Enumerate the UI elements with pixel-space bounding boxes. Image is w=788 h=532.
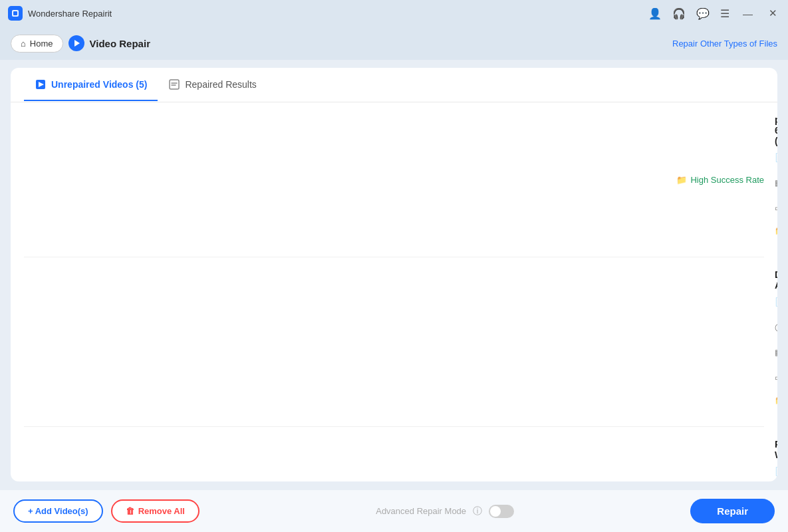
video-info-3: Playful Dogs During Winter Season.mkv 📄 … xyxy=(775,439,777,481)
trash-icon: 🗑 xyxy=(126,506,134,516)
video-name-1: pexels-taryn-elliott-6051471 (540p)_1_15… xyxy=(775,114,777,146)
close-button[interactable]: ✕ xyxy=(766,6,780,21)
file-icon-2: 📄 xyxy=(775,297,777,307)
video-repair-icon xyxy=(68,35,84,51)
title-bar-left: Wondershare Repairit xyxy=(8,6,112,21)
home-button[interactable]: ⌂ Home xyxy=(11,35,63,53)
list-item: pexels-taryn-elliott-6051471 (540p)_1_15… xyxy=(24,102,764,257)
minimize-button[interactable]: — xyxy=(740,7,755,21)
video-name-2: Dali-60-20000-AAC(Apower).asf xyxy=(775,269,777,291)
tab-repaired[interactable]: Repaired Results xyxy=(158,69,267,101)
video-repair-label: Video Repair xyxy=(90,38,150,49)
remove-all-button[interactable]: 🗑 Remove All xyxy=(111,499,199,523)
profile-icon[interactable]: 👤 xyxy=(648,7,662,20)
tab-repaired-label: Repaired Results xyxy=(185,79,256,90)
video-list: pexels-taryn-elliott-6051471 (540p)_1_15… xyxy=(11,102,777,481)
video-name-3: Playful Dogs During Winter Season.mkv xyxy=(775,439,777,460)
svg-rect-1 xyxy=(13,11,17,15)
folder-icon-1: 📁 xyxy=(775,226,777,235)
remove-all-label: Remove All xyxy=(138,506,185,516)
panel: Unrepaired Videos (5) Repaired Results p… xyxy=(11,68,777,481)
file-icon-1: 📄 xyxy=(775,153,777,162)
success-rate-badge-1: 📁 High Success Rate xyxy=(676,175,764,185)
audio-1: ▭ Missing xyxy=(775,203,777,213)
folder-icon-2: 📁 xyxy=(775,396,777,405)
audio-icon-1: ▭ xyxy=(775,203,777,213)
list-item: Playful Dogs During Winter Season.mkv 📄 … xyxy=(24,427,764,481)
svg-rect-5 xyxy=(170,80,179,89)
advanced-mode-label: Advanced Repair Mode xyxy=(376,506,466,516)
title-bar-controls: 👤 🎧 💬 ☰ — ✕ xyxy=(648,6,780,21)
file-icon-3: 📄 xyxy=(775,467,777,476)
resolution-icon-1: ▦ xyxy=(775,178,777,188)
title-bar: Wondershare Repairit 👤 🎧 💬 ☰ — ✕ xyxy=(0,0,788,27)
video-path-1: 📁 C:\Users\ws\Videos\pexels-taryn-elliot… xyxy=(775,217,777,245)
resolution-icon-2: ▦ xyxy=(775,348,777,357)
footer: + Add Video(s) 🗑 Remove All Advanced Rep… xyxy=(0,489,788,532)
file-size-2: 📄 152.70 MB xyxy=(775,297,777,307)
file-size-1: 📄 34.49 MB xyxy=(775,153,777,162)
svg-marker-2 xyxy=(74,40,80,47)
video-meta-1: 📄 34.49 MB ◯ 00:00:19 ▦ 3840 x 2160 ▭ xyxy=(775,153,777,213)
repair-other-link[interactable]: Repair Other Types of Files xyxy=(672,39,777,49)
footer-left: + Add Video(s) 🗑 Remove All xyxy=(13,499,199,523)
video-info-2: Dali-60-20000-AAC(Apower).asf 📄 152.70 M… xyxy=(775,269,777,414)
video-meta-3: 📄 86.25 MB ◯ 00:00:56 ▦ Missing ▭ xyxy=(775,467,777,481)
audio-2: ▭ Missing xyxy=(775,373,777,382)
info-icon: ⓘ xyxy=(473,505,482,517)
footer-center: Advanced Repair Mode ⓘ xyxy=(376,505,514,518)
unrepaired-tab-icon xyxy=(35,78,47,90)
home-icon: ⌂ xyxy=(21,39,26,49)
resolution-2: ▦ 1502 x 774 xyxy=(775,348,777,357)
duration-2: ◯ 00:01:11 xyxy=(775,323,777,332)
tab-unrepaired[interactable]: Unrepaired Videos (5) xyxy=(24,69,158,101)
success-icon-1: 📁 xyxy=(676,175,687,185)
audio-icon-2: ▭ xyxy=(775,373,777,382)
advanced-mode-toggle[interactable] xyxy=(489,505,514,518)
tabs: Unrepaired Videos (5) Repaired Results xyxy=(11,68,777,102)
list-item: Dali-60-20000-AAC(Apower).asf 📄 152.70 M… xyxy=(24,257,764,427)
tab-unrepaired-label: Unrepaired Videos (5) xyxy=(51,79,147,90)
app-title: Wondershare Repairit xyxy=(28,9,112,19)
video-info-1: pexels-taryn-elliott-6051471 (540p)_1_15… xyxy=(775,114,777,245)
home-label: Home xyxy=(30,39,53,49)
repaired-tab-icon xyxy=(168,78,180,90)
nav-bar: ⌂ Home Video Repair Repair Other Types o… xyxy=(0,27,788,60)
clock-icon-2: ◯ xyxy=(775,323,777,332)
add-video-button[interactable]: + Add Video(s) xyxy=(13,499,103,523)
chat-icon[interactable]: 💬 xyxy=(696,7,710,20)
video-path-2: 📁 C:\Users\ws\Videos\Dali-60-20000-AAC(A… xyxy=(775,386,777,414)
nav-left: ⌂ Home Video Repair xyxy=(11,35,150,53)
file-size-3: 📄 86.25 MB xyxy=(775,467,777,476)
menu-icon[interactable]: ☰ xyxy=(720,7,729,20)
video-repair-section: Video Repair xyxy=(68,35,150,51)
main-content: Unrepaired Videos (5) Repaired Results p… xyxy=(0,60,788,489)
app-logo xyxy=(8,6,23,21)
video-meta-2: 📄 152.70 MB ◯ 00:01:11 ▦ 1502 x 774 ▭ xyxy=(775,297,777,382)
repair-button[interactable]: Repair xyxy=(690,499,775,523)
headset-icon[interactable]: 🎧 xyxy=(672,7,686,20)
resolution-1: ▦ 3840 x 2160 xyxy=(775,178,777,188)
